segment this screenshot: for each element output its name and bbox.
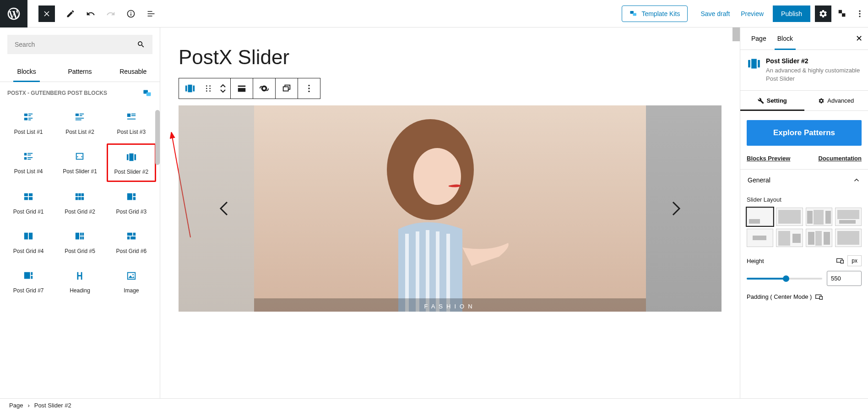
drag-handle-icon[interactable] xyxy=(201,78,216,99)
padding-label: Padding ( Center Mode ) xyxy=(747,293,812,300)
preview-button[interactable]: Preview xyxy=(735,6,769,21)
layers-icon[interactable] xyxy=(276,78,298,99)
plugin-button[interactable] xyxy=(834,5,851,22)
outline-icon[interactable] xyxy=(143,5,159,22)
slider-current-slide: FASHION xyxy=(254,105,646,312)
svg-rect-14 xyxy=(28,120,31,121)
chevron-right-icon: › xyxy=(27,402,29,409)
svg-rect-20 xyxy=(127,114,130,117)
slider-preview[interactable]: FASHION xyxy=(179,105,722,312)
tab-blocks[interactable]: Blocks xyxy=(0,61,53,82)
block-toolbar xyxy=(179,78,320,99)
tab-patterns[interactable]: Patterns xyxy=(53,61,106,82)
layout-opt-5[interactable] xyxy=(747,229,773,247)
block-type-icon[interactable] xyxy=(179,78,201,99)
responsive-icon[interactable] xyxy=(815,294,823,300)
block-post-grid-6[interactable]: Post Grid #6 xyxy=(107,223,156,261)
block-post-slider-2[interactable]: Post Slider #2 xyxy=(107,143,156,182)
svg-point-71 xyxy=(209,90,211,92)
block-info-icon xyxy=(748,57,760,68)
layout-opt-3[interactable] xyxy=(806,208,832,226)
block-post-grid-4[interactable]: Post Grid #4 xyxy=(4,223,53,261)
layout-opt-1[interactable] xyxy=(747,208,773,226)
svg-rect-29 xyxy=(27,159,31,160)
block-heading[interactable]: Heading xyxy=(55,263,104,300)
breadcrumb-current[interactable]: Post Slider #2 xyxy=(34,402,71,409)
svg-point-62 xyxy=(132,274,134,275)
tab-block[interactable]: Block xyxy=(772,27,798,49)
svg-rect-9 xyxy=(24,114,27,116)
block-info-desc: An advanced & highly customizable Post S… xyxy=(766,66,861,83)
block-post-grid-1[interactable]: Post Grid #1 xyxy=(4,184,53,221)
info-icon[interactable] xyxy=(123,5,139,22)
align-icon[interactable] xyxy=(231,78,253,99)
unit-px-button[interactable]: px xyxy=(847,255,862,266)
settings-panel: Page Block ✕ Post Slider #2 An advanced … xyxy=(740,27,868,398)
settings-button[interactable] xyxy=(815,5,831,22)
left-panel-scrollbar[interactable] xyxy=(155,110,160,165)
block-post-grid-7[interactable]: Post Grid #7 xyxy=(4,263,53,300)
documentation-link[interactable]: Documentation xyxy=(818,155,862,162)
block-more-icon[interactable] xyxy=(298,78,320,99)
block-post-grid-3[interactable]: Post Grid #3 xyxy=(107,184,156,221)
svg-rect-65 xyxy=(193,86,195,92)
blocks-preview-link[interactable]: Blocks Preview xyxy=(747,155,790,162)
block-post-list-4[interactable]: Post List #4 xyxy=(4,143,53,182)
block-info-title: Post Slider #2 xyxy=(766,57,861,65)
tab-reusable[interactable]: Reusable xyxy=(107,61,160,82)
svg-rect-27 xyxy=(24,157,27,160)
svg-point-76 xyxy=(308,85,309,86)
svg-rect-34 xyxy=(24,193,28,196)
block-post-slider-1[interactable]: Post Slider #1 xyxy=(55,143,104,182)
svg-rect-32 xyxy=(129,154,133,161)
explore-patterns-button[interactable]: Explore Patterns xyxy=(747,120,862,146)
svg-rect-19 xyxy=(76,120,81,121)
svg-rect-88 xyxy=(758,60,760,67)
search-box[interactable] xyxy=(7,35,152,54)
height-range[interactable] xyxy=(747,278,822,280)
wrench-icon xyxy=(758,98,764,104)
slider-next-arrow[interactable] xyxy=(667,199,685,218)
responsive-icon[interactable] xyxy=(836,258,844,264)
height-value-input[interactable] xyxy=(827,271,862,286)
block-post-list-2[interactable]: Post List #2 xyxy=(55,104,104,142)
svg-point-68 xyxy=(206,88,207,89)
block-post-grid-2[interactable]: Post Grid #2 xyxy=(55,184,104,221)
link-icon[interactable] xyxy=(253,78,275,99)
undo-icon[interactable] xyxy=(82,5,99,22)
close-inserter-button[interactable] xyxy=(38,5,55,22)
page-title[interactable]: PostX Slider xyxy=(179,46,722,69)
breadcrumb-root[interactable]: Page xyxy=(9,402,23,409)
canvas-scrollbar[interactable] xyxy=(732,27,740,41)
tab-page[interactable]: Page xyxy=(746,27,772,49)
edit-icon[interactable] xyxy=(62,5,79,22)
svg-rect-12 xyxy=(24,118,27,121)
svg-rect-10 xyxy=(28,114,33,115)
redo-icon xyxy=(103,5,119,22)
wordpress-logo[interactable] xyxy=(0,0,27,27)
layout-opt-4[interactable] xyxy=(835,208,862,226)
block-image[interactable]: Image xyxy=(107,263,156,300)
range-thumb[interactable] xyxy=(783,275,789,282)
publish-button[interactable]: Publish xyxy=(773,5,810,22)
svg-point-80 xyxy=(413,148,461,205)
save-draft-button[interactable]: Save draft xyxy=(695,6,735,21)
layout-opt-8[interactable] xyxy=(835,229,862,247)
accordion-general[interactable]: General xyxy=(740,169,868,191)
slider-prev-arrow[interactable] xyxy=(215,199,233,218)
editor-canvas[interactable]: PostX Slider xyxy=(160,27,740,398)
more-options-icon[interactable] xyxy=(852,5,868,22)
subtab-setting[interactable]: Setting xyxy=(740,91,804,110)
svg-rect-23 xyxy=(127,119,136,120)
layout-opt-7[interactable] xyxy=(806,229,832,247)
layout-opt-6[interactable] xyxy=(776,229,803,247)
block-post-list-3[interactable]: Post List #3 xyxy=(107,104,156,142)
template-kits-button[interactable]: Template Kits xyxy=(622,5,688,22)
subtab-advanced[interactable]: Advanced xyxy=(804,91,868,110)
search-input[interactable] xyxy=(15,41,137,48)
layout-opt-2[interactable] xyxy=(776,208,803,226)
block-post-list-1[interactable]: Post List #1 xyxy=(4,104,53,142)
close-settings-icon[interactable]: ✕ xyxy=(856,33,863,44)
move-up-down[interactable] xyxy=(216,78,230,99)
block-post-grid-5[interactable]: Post Grid #5 xyxy=(55,223,104,261)
